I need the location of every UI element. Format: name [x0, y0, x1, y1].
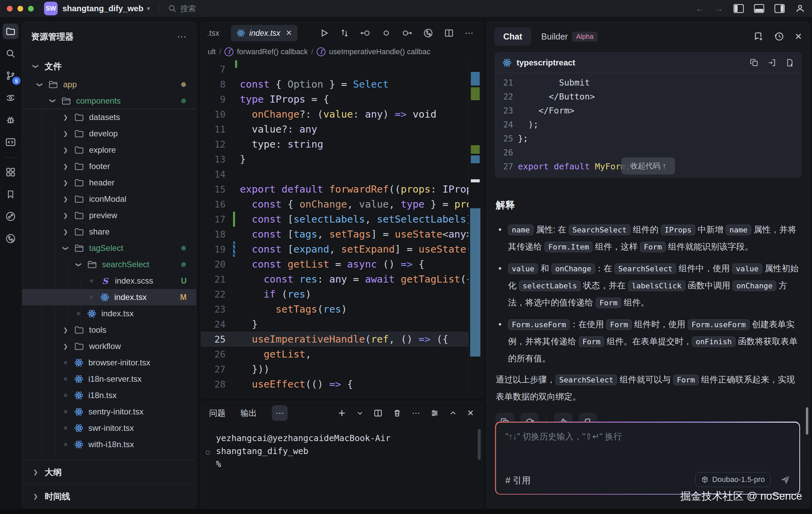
new-chat-icon[interactable]	[754, 31, 764, 42]
tree-item-components[interactable]: ❯components	[22, 93, 196, 109]
maximize-panel-icon[interactable]	[449, 409, 457, 417]
tree-item-develop[interactable]: ❯develop	[22, 125, 196, 142]
code-line-27[interactable]: 27 }))	[201, 362, 468, 377]
step-forward-icon[interactable]	[402, 28, 412, 38]
code-line-12[interactable]: 12 type: string	[201, 137, 468, 152]
tab-output[interactable]: 输出	[241, 408, 257, 419]
close-tab-icon[interactable]: ✕	[286, 29, 292, 37]
tree-item-header[interactable]: ❯header	[22, 175, 196, 191]
code-line-15[interactable]: 15export default forwardRef((props: IPro…	[201, 182, 468, 197]
tree-item-explore[interactable]: ❯explore	[22, 142, 196, 158]
source-control-icon[interactable]: 5	[3, 68, 18, 84]
tab-problems[interactable]: 问题	[209, 408, 226, 419]
timeline-section[interactable]: ❯ 时间线	[22, 484, 196, 508]
run-config-icon[interactable]	[423, 28, 433, 38]
code-line-14[interactable]: 14	[201, 167, 468, 182]
tree-item-tagSelect[interactable]: ❯tagSelect	[22, 240, 196, 256]
more-actions-icon[interactable]: ⋯	[177, 31, 187, 42]
tab-builder[interactable]: Builder Alpha	[541, 32, 598, 42]
code-line-28[interactable]: 28 useEffect(() => {	[201, 377, 468, 392]
history-icon[interactable]	[774, 31, 784, 42]
git-settings-icon[interactable]	[3, 231, 18, 246]
breadcrumb-segment[interactable]: useImperativeHandle() callbac	[329, 47, 430, 56]
scrollbar-thumb[interactable]	[806, 407, 808, 435]
split-terminal-icon[interactable]	[374, 409, 382, 418]
overview-ruler[interactable]	[468, 60, 482, 397]
close-panel-icon[interactable]: ✕	[467, 408, 474, 418]
chat-input[interactable]: "↑↓" 切换历史输入，"⇧↵" 换行 # 引用 Doubao-1.5-pro	[496, 423, 799, 494]
breadcrumb-segment[interactable]: forwardRef() callback	[237, 47, 308, 56]
tab-chat[interactable]: Chat	[494, 27, 531, 46]
tree-item-swr-initor.tsx[interactable]: swr-initor.tsx	[22, 420, 196, 436]
toggle-bottom-panel-icon[interactable]	[754, 4, 764, 13]
close-panel-icon[interactable]: ✕	[795, 31, 802, 42]
collapse-code-button[interactable]: 收起代码 ↑	[621, 157, 675, 175]
split-editor-icon[interactable]	[444, 28, 454, 38]
model-selector[interactable]: Doubao-1.5-pro	[695, 472, 770, 487]
code-line-23[interactable]: 23 setTags(res)	[201, 302, 468, 317]
code-line-19[interactable]: 19 const [expand, setExpand] = useState(…	[201, 242, 468, 257]
minimize-window-button[interactable]	[17, 6, 23, 12]
code-line-21[interactable]: 21 const res: any = await getTagList({ u…	[201, 272, 468, 287]
navigate-back-icon[interactable]: ←	[695, 3, 704, 14]
code-line-7[interactable]: 7	[201, 62, 468, 77]
chevron-down-icon[interactable]: ▾	[147, 5, 150, 12]
tree-item-footer[interactable]: ❯footer	[22, 158, 196, 175]
compare-changes-icon[interactable]	[340, 28, 349, 38]
reference-button[interactable]: # 引用	[506, 474, 531, 486]
files-section-header[interactable]: ❯ 文件	[22, 58, 196, 74]
run-icon[interactable]	[319, 28, 329, 38]
terminal-profile-dropdown-icon[interactable]	[357, 410, 363, 417]
code-line-13[interactable]: 13}	[201, 152, 468, 167]
explorer-icon[interactable]	[3, 24, 18, 39]
toggle-left-panel-icon[interactable]	[734, 4, 744, 13]
tree-item-browser-initor.tsx[interactable]: browser-initor.tsx	[22, 354, 196, 371]
tree-item-i18n-server.tsx[interactable]: i18n-server.tsx	[22, 371, 196, 387]
code-line-25[interactable]: 25};	[495, 132, 801, 146]
code-line-24[interactable]: 24 }	[201, 317, 468, 332]
code-line-8[interactable]: 8const { Option } = Select	[201, 77, 468, 92]
create-file-icon[interactable]	[785, 58, 794, 67]
code-line-24[interactable]: 24 );	[495, 118, 801, 132]
tree-item-workflow[interactable]: ❯workflow	[22, 338, 196, 354]
code-editor[interactable]: 78const { Option } = Select9type IProps …	[201, 60, 468, 397]
scrollbar-thumb[interactable]	[470, 208, 480, 357]
project-name[interactable]: shangtang_dify_web	[62, 4, 143, 13]
code-line-26[interactable]: 26 getList,	[201, 347, 468, 362]
send-icon[interactable]	[780, 474, 791, 486]
insert-code-icon[interactable]	[768, 58, 777, 67]
zoom-window-button[interactable]	[28, 6, 34, 12]
breadcrumb-segment[interactable]: ult	[208, 47, 216, 56]
terminal-output[interactable]: yezhangcai@yezhangcaideMacBook-Air shang…	[201, 424, 482, 471]
tree-item-index.scss[interactable]: Sindex.scssU	[22, 273, 196, 289]
copy-code-icon[interactable]	[750, 58, 759, 67]
tree-item-datasets[interactable]: ❯datasets	[22, 109, 196, 125]
commit-graph-icon[interactable]	[3, 209, 18, 224]
new-terminal-icon[interactable]	[337, 409, 346, 418]
code-line-10[interactable]: 10 onChange?: (value: any) => void	[201, 107, 468, 122]
tree-item-app[interactable]: ❯app	[22, 76, 196, 93]
tree-item-share[interactable]: ❯share	[22, 224, 196, 240]
remote-watch-icon[interactable]	[3, 90, 18, 106]
tree-item-i18n.tsx[interactable]: i18n.tsx	[22, 387, 196, 404]
kill-terminal-icon[interactable]	[393, 409, 402, 418]
step-back-icon[interactable]	[360, 28, 371, 38]
terminal-icon[interactable]	[3, 134, 18, 150]
close-window-button[interactable]	[7, 6, 13, 12]
tree-item-sentry-initor.tsx[interactable]: sentry-initor.tsx	[22, 404, 196, 420]
search-input[interactable]: 搜索	[168, 3, 196, 14]
tree-item-index.tsx[interactable]: index.tsxM	[22, 289, 196, 305]
tree-item-index.tsx[interactable]: index.tsx	[22, 305, 196, 322]
tab-index-tsx[interactable]: index.tsx ✕	[231, 25, 298, 41]
breakpoint-icon[interactable]	[381, 28, 391, 38]
code-line-22[interactable]: 22 </Button>	[495, 90, 801, 104]
debug-icon[interactable]	[3, 112, 18, 128]
outline-section[interactable]: ❯ 大纲	[22, 460, 196, 484]
search-sidebar-icon[interactable]	[3, 46, 18, 61]
bookmark-icon[interactable]	[3, 186, 18, 202]
tree-item-with-i18n.tsx[interactable]: with-i18n.tsx	[22, 436, 196, 453]
code-line-18[interactable]: 18 const [tags, setTags] = useState<any>…	[201, 227, 468, 242]
code-line-22[interactable]: 22 if (res)	[201, 287, 468, 302]
code-line-20[interactable]: 20 const getList = async () => {	[201, 257, 468, 272]
code-line-16[interactable]: 16 const { onChange, value, type } = pro…	[201, 197, 468, 212]
